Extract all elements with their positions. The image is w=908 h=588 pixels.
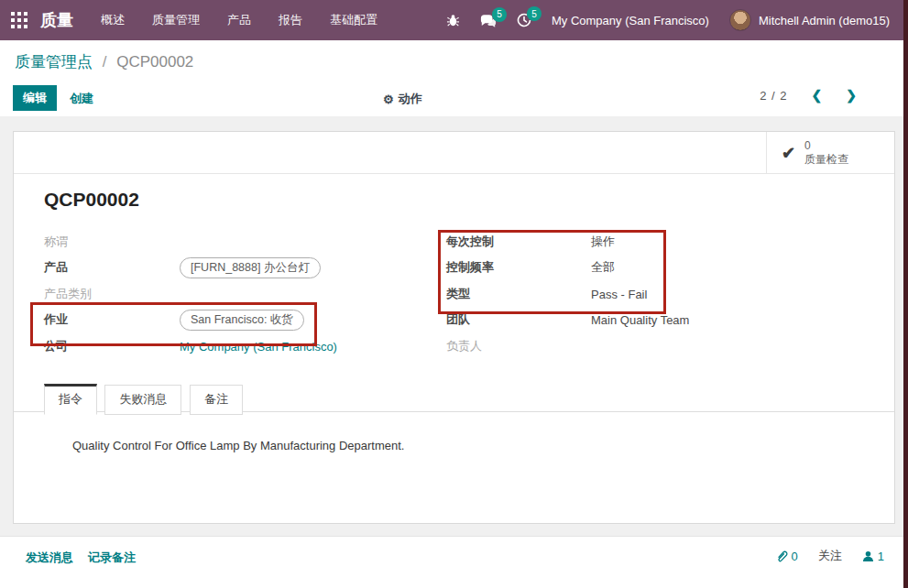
followers-button[interactable]: 1 [862,550,884,563]
menu-reporting[interactable]: 报告 [279,12,302,28]
user-menu[interactable]: Mitchell Admin (demo15) [759,14,890,27]
quality-check-count: 0 [804,139,848,153]
control-panel: 质量管理点 / QCP00002 编辑 创建 ⚙ 动作 2 / 2 ❮ ❯ [0,40,908,116]
apps-grid-icon[interactable] [11,12,27,28]
top-navbar: 质量 概述 质量管理 产品 报告 基础配置 [0,0,908,40]
action-menu-button[interactable]: ⚙ 动作 [383,91,422,107]
edit-button[interactable]: 编辑 [13,85,57,111]
stat-button-strip: ✔ 0 质量检查 [14,132,894,174]
quality-check-label: 质量检查 [804,153,848,167]
messages-icon[interactable]: 5 [480,14,497,27]
send-message-button[interactable]: 发送消息 [26,550,73,566]
record-title: QCP00002 [44,189,139,211]
menu-quality-control[interactable]: 质量管理 [152,12,200,28]
navbar-left: 质量 概述 质量管理 产品 报告 基础配置 [0,9,377,31]
activities-badge: 5 [527,6,542,21]
field-row-type: 类型 Pass - Fail [446,284,849,304]
operation-tag[interactable]: San Francisco: 收货 [180,310,304,331]
follower-count: 1 [878,550,884,563]
pager-value: 2 / 2 [760,89,787,103]
activities-clock-icon[interactable]: 5 [517,13,531,27]
type-field-value[interactable]: Pass - Fail [591,288,647,301]
notebook-tabs: 指令 失败消息 备注 [14,384,894,412]
chatter: 发送消息 记录备注 0 关注 1 [0,536,908,588]
control-per-field-label: 每次控制 [446,234,591,250]
company-switcher[interactable]: My Company (San Francisco) [552,14,709,27]
attachment-count: 0 [792,550,798,563]
tab-instructions[interactable]: 指令 [44,384,97,415]
user-avatar[interactable] [729,9,751,31]
breadcrumb-separator: / [103,53,107,71]
attachment-button[interactable]: 0 [775,550,798,563]
messages-badge: 5 [492,7,507,22]
category-field-label: 产品类别 [44,286,180,302]
breadcrumb-parent[interactable]: 质量管理点 [15,53,93,71]
field-row-title: 称谓 [44,232,410,252]
product-field-label: 产品 [44,259,180,276]
field-row-operation: 作业 San Francisco: 收货 [44,310,410,330]
control-per-field-value[interactable]: 操作 [591,234,615,250]
pager-previous-icon[interactable]: ❮ [812,88,823,103]
team-field-value[interactable]: Main Quality Team [591,313,689,327]
breadcrumb-current: QCP00002 [116,53,193,71]
field-row-control-per: 每次控制 操作 [446,232,849,252]
quality-control-point-form-screen: 质量 概述 质量管理 产品 报告 基础配置 [0,0,908,588]
window-edge-strip [903,0,908,588]
team-field-label: 团队 [446,311,591,328]
frequency-field-value[interactable]: 全部 [591,259,615,276]
stat-text: 0 质量检查 [804,139,848,167]
form-sheet: ✔ 0 质量检查 QCP00002 称谓 产品 [FURN_8888] 办公台灯… [13,131,895,524]
field-row-product: 产品 [FURN_8888] 办公台灯 [44,257,410,278]
quality-check-stat-button[interactable]: ✔ 0 质量检查 [766,132,894,173]
product-tag[interactable]: [FURN_8888] 办公台灯 [180,257,321,278]
responsible-field-label: 负责人 [446,338,591,354]
menu-configuration[interactable]: 基础配置 [330,12,377,28]
company-field-label: 公司 [44,338,180,354]
follow-button[interactable]: 关注 [818,548,842,564]
field-row-company: 公司 My Company (San Francisco) [44,336,410,356]
field-row-team: 团队 Main Quality Team [446,310,849,330]
menu-overview[interactable]: 概述 [101,12,125,28]
menu-products[interactable]: 产品 [227,12,251,28]
field-row-category: 产品类别 [44,284,410,304]
instructions-content: Quality Control For Office Lamp By Manuf… [72,439,404,452]
paperclip-icon [775,550,788,563]
check-icon: ✔ [782,143,795,163]
type-field-label: 类型 [446,286,591,302]
systray: 5 5 My Company (San Francisco) Mitchell … [446,9,908,31]
app-name-quality[interactable]: 质量 [40,9,73,31]
tab-notes[interactable]: 备注 [190,385,243,415]
breadcrumb: 质量管理点 / QCP00002 [15,51,193,72]
operation-field-label: 作业 [44,311,180,328]
debug-bug-icon[interactable] [446,14,460,27]
field-row-responsible: 负责人 [446,336,849,356]
app-menus: 概述 质量管理 产品 报告 基础配置 [101,12,377,28]
chatter-topbar-right: 0 关注 1 [775,548,884,564]
gear-icon: ⚙ [383,93,394,106]
person-icon [862,550,874,562]
log-note-button[interactable]: 记录备注 [88,550,136,566]
tab-failure-message[interactable]: 失败消息 [104,385,181,415]
field-row-frequency: 控制频率 全部 [446,257,849,278]
frequency-field-label: 控制频率 [446,259,591,276]
action-label: 动作 [399,91,422,107]
company-field-value[interactable]: My Company (San Francisco) [180,340,337,354]
pager-next-icon[interactable]: ❯ [846,88,857,103]
pager: 2 / 2 ❮ ❯ [760,88,857,103]
title-field-label: 称谓 [44,234,180,250]
create-button[interactable]: 创建 [70,91,93,107]
